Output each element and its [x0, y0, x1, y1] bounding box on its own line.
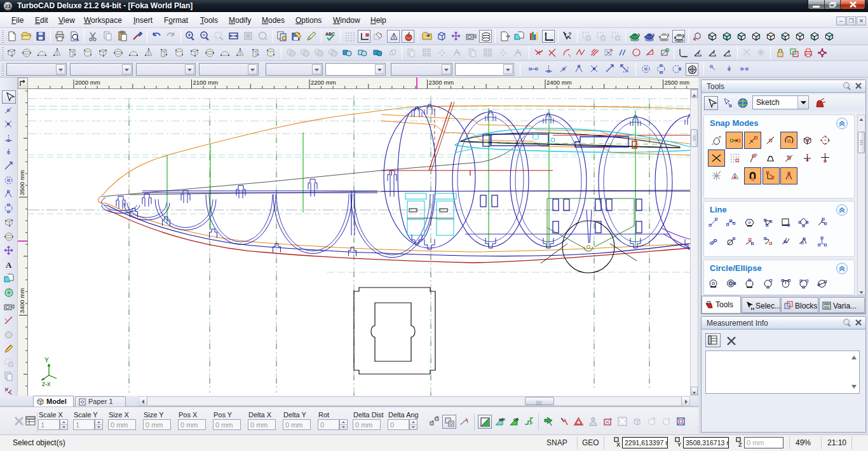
svg-text:2200 mm: 2200 mm: [311, 79, 336, 86]
svg-text:Z: Z: [738, 441, 742, 447]
svg-text:z-x: z-x: [42, 380, 50, 387]
svg-text:2100 mm: 2100 mm: [193, 79, 219, 86]
svg-text:X: X: [616, 441, 620, 447]
svg-text:x: x: [712, 142, 714, 146]
svg-text:2500 mm: 2500 mm: [665, 79, 690, 86]
svg-text:WP: WP: [499, 418, 505, 422]
svg-text:F: F: [530, 421, 533, 426]
svg-text:2: 2: [668, 417, 670, 420]
svg-text:3500 mm: 3500 mm: [18, 170, 25, 195]
svg-text:Y: Y: [677, 441, 681, 447]
svg-text:CP: CP: [513, 418, 519, 422]
svg-text:2000 mm: 2000 mm: [75, 79, 100, 86]
svg-text:2300 mm: 2300 mm: [429, 79, 454, 86]
svg-text:A: A: [6, 260, 12, 270]
svg-text:Y: Y: [44, 357, 49, 364]
svg-text:3400 mm: 3400 mm: [18, 288, 25, 314]
svg-text:Y: Y: [719, 135, 722, 139]
svg-text:?: ?: [568, 31, 572, 38]
svg-text:2400 mm: 2400 mm: [546, 79, 572, 86]
